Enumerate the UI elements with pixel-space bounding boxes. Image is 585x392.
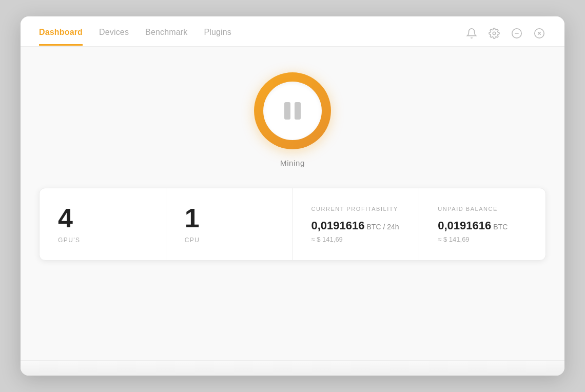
main-content: Mining 4 GPU'S 1 CPU CURRENT PROFITABILI… bbox=[21, 47, 564, 360]
pause-icon bbox=[284, 102, 301, 120]
gpu-stat-card: 4 GPU'S bbox=[40, 188, 166, 260]
nav-item-benchmark[interactable]: Benchmark bbox=[145, 28, 187, 46]
nav-left: Dashboard Devices Benchmark Plugins bbox=[39, 28, 231, 46]
svg-point-0 bbox=[493, 32, 496, 35]
cpu-label: CPU bbox=[185, 237, 200, 244]
profitability-unit: BTC / 24h bbox=[367, 223, 399, 231]
nav-item-plugins[interactable]: Plugins bbox=[204, 28, 231, 46]
bottom-hint bbox=[21, 360, 564, 376]
nav-right bbox=[465, 27, 546, 46]
gpu-count: 4 bbox=[58, 205, 73, 231]
mining-label: Mining bbox=[280, 159, 305, 167]
profitability-btc-value: 0,0191616 bbox=[311, 219, 365, 232]
bell-icon[interactable] bbox=[465, 27, 478, 40]
mining-section: Mining bbox=[254, 72, 331, 167]
close-icon[interactable] bbox=[533, 27, 546, 40]
nav-item-devices[interactable]: Devices bbox=[99, 28, 129, 46]
balance-card: UNPAID BALANCE 0,0191616BTC ≈ $ 141,69 bbox=[419, 188, 545, 260]
minimize-icon[interactable] bbox=[510, 27, 523, 40]
profitability-card: CURRENT PROFITABILITY 0,0191616BTC / 24h… bbox=[293, 188, 420, 260]
balance-btc-value: 0,0191616 bbox=[438, 219, 491, 232]
app-window: Dashboard Devices Benchmark Plugins bbox=[21, 16, 564, 376]
cpu-stat-card: 1 CPU bbox=[166, 188, 293, 260]
mining-button-inner bbox=[263, 82, 322, 140]
pause-bar-right bbox=[295, 102, 301, 120]
pause-bar-left bbox=[284, 102, 290, 120]
cpu-count: 1 bbox=[185, 205, 200, 231]
balance-usd: ≈ $ 141,69 bbox=[438, 236, 469, 243]
settings-icon[interactable] bbox=[488, 27, 501, 40]
gpu-label: GPU'S bbox=[58, 237, 81, 244]
balance-unit: BTC bbox=[493, 223, 508, 231]
profitability-usd: ≈ $ 141,69 bbox=[311, 236, 343, 243]
nav-bar: Dashboard Devices Benchmark Plugins bbox=[21, 16, 564, 47]
profitability-title: CURRENT PROFITABILITY bbox=[311, 206, 398, 212]
stats-row: 4 GPU'S 1 CPU CURRENT PROFITABILITY 0,01… bbox=[39, 188, 546, 261]
nav-item-dashboard[interactable]: Dashboard bbox=[39, 28, 83, 46]
balance-title: UNPAID BALANCE bbox=[438, 206, 498, 212]
mining-button[interactable] bbox=[254, 72, 331, 149]
profitability-value: 0,0191616BTC / 24h bbox=[311, 219, 399, 232]
mining-button-wrap bbox=[254, 72, 331, 149]
balance-value: 0,0191616BTC bbox=[438, 219, 508, 232]
